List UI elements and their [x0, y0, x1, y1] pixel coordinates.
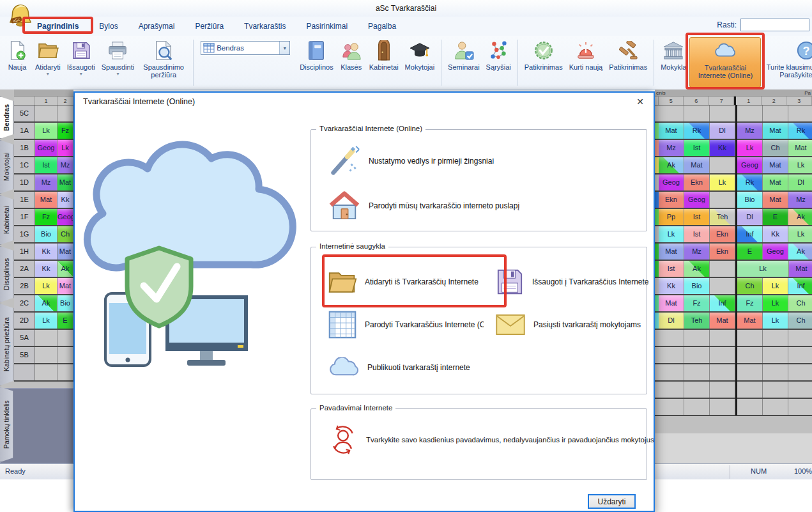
timetable-cell[interactable]: Bio — [737, 192, 763, 208]
timetable-cell[interactable] — [710, 347, 735, 363]
timetable-cell[interactable]: Lk — [35, 278, 57, 294]
timetable-cell[interactable]: Mz — [737, 123, 763, 139]
timetable-cell[interactable] — [710, 364, 735, 380]
timetable-cell[interactable]: Mat — [763, 192, 788, 208]
timetable-cell[interactable]: Dl — [788, 175, 812, 190]
disciplines-button[interactable]: Disciplinos — [296, 37, 337, 88]
timetable-cell[interactable] — [788, 105, 812, 121]
timetable-cell[interactable] — [788, 347, 812, 363]
timetable-cell[interactable]: Geog — [684, 192, 710, 208]
timetable-cell[interactable] — [35, 105, 57, 121]
timetable-cell[interactable] — [763, 399, 788, 415]
timetable-cell[interactable] — [737, 347, 763, 363]
timetable-cell[interactable]: Mat — [710, 313, 735, 329]
timetable-cell[interactable] — [763, 382, 788, 398]
timetable-cell[interactable]: Teh — [710, 209, 735, 225]
timetable-cell[interactable]: Mat — [57, 278, 73, 294]
chevron-down-icon[interactable]: ▾ — [116, 72, 119, 77]
timetable-cell[interactable] — [684, 105, 710, 121]
sidebar-tab-bendras[interactable]: Bendras — [0, 97, 13, 139]
timetable-cell[interactable]: Ekn — [684, 175, 710, 190]
timetable-cell[interactable]: E — [737, 244, 763, 260]
save-button[interactable]: Išsaugoti▾ — [64, 37, 98, 88]
timetable-cell[interactable]: Mat — [763, 175, 788, 190]
timetable-cell[interactable]: Fz — [57, 123, 73, 139]
timetable-cell[interactable]: Lk — [35, 313, 57, 329]
timetable-cell[interactable]: Lk — [710, 175, 735, 190]
chevron-down-icon[interactable]: ▾ — [47, 72, 49, 77]
teachers-button[interactable]: Mokytojai — [402, 37, 438, 88]
timetable-cell[interactable]: Mat — [789, 261, 812, 277]
timetable-cell[interactable]: Pp — [659, 209, 684, 225]
timetable-cell[interactable] — [710, 399, 735, 415]
timetable-cell[interactable]: Inf — [737, 226, 763, 242]
menu-tab-pasirinkimai[interactable]: Pasirinkimai — [297, 19, 356, 34]
print-button[interactable]: Spausdinti▾ — [98, 37, 137, 88]
timetable-cell[interactable] — [659, 105, 684, 121]
timetable-cell[interactable]: Dl — [659, 313, 684, 329]
timetable-cell[interactable]: Ak — [788, 209, 812, 225]
print-preview-button[interactable]: Spausdinimo peržiūra — [137, 37, 190, 88]
timetable-cell[interactable]: Ekn — [710, 226, 735, 242]
dialog-close-icon[interactable]: ✕ — [634, 96, 646, 107]
timetable-cell[interactable]: Kk — [659, 278, 684, 294]
menu-tab-apra-ymai[interactable]: Aprašymai — [130, 19, 184, 34]
substitutions-item[interactable]: Tvarkykite savo kasdienius pavadavimus, … — [328, 424, 647, 455]
sidebar-tab-disciplinos[interactable]: Disciplinos — [0, 246, 13, 302]
timetable-cell[interactable]: Mat — [763, 123, 788, 139]
timetable-cell[interactable]: Geog — [57, 209, 73, 225]
send-to-teachers-item[interactable]: Pasiųsti tvarkaraštį mokytojams — [495, 303, 651, 346]
sidebar-tab-kabinet-prie-i-ra[interactable]: Kabinetų priežiūra — [0, 304, 13, 385]
timetable-cell[interactable] — [659, 382, 684, 398]
open-from-online-item[interactable]: Atidaryti iš Tvarkaraščių Internete — [328, 260, 495, 303]
timetable-cell[interactable] — [788, 382, 812, 398]
timetable-cell[interactable]: Fz — [737, 295, 763, 311]
close-button[interactable]: Uždaryti — [588, 494, 636, 509]
timetable-cell[interactable] — [737, 382, 763, 398]
timetable-cell[interactable] — [788, 399, 812, 415]
relations-button[interactable]: Sąryšiai — [483, 37, 514, 88]
timetable-cell[interactable]: Lk — [763, 295, 788, 311]
timetable-cell[interactable] — [710, 330, 735, 346]
timetable-cell[interactable]: Mat — [35, 192, 57, 208]
timetable-cell[interactable]: Bio — [35, 226, 57, 242]
timetable-cell[interactable]: Ak — [57, 261, 73, 277]
timetable-cell[interactable]: Ak — [35, 295, 57, 311]
seminars-button[interactable]: Seminarai — [445, 37, 483, 88]
timetable-cell[interactable] — [659, 399, 684, 415]
timetable-cell[interactable]: E — [57, 313, 73, 329]
search-input[interactable] — [740, 19, 809, 31]
timetable-cell[interactable]: Lk — [763, 313, 788, 329]
menu-tab-bylos[interactable]: Bylos — [90, 19, 126, 34]
timetable-cell[interactable]: Geog — [659, 175, 684, 190]
verification-gavel-button[interactable]: Patikrinimas — [606, 37, 650, 88]
timetable-cell[interactable]: Ist — [684, 140, 710, 156]
timetable-cell[interactable] — [763, 105, 788, 121]
timetable-cell[interactable] — [710, 382, 735, 398]
timetable-cell[interactable]: Inf — [710, 295, 735, 311]
publish-online-item[interactable]: Publikuoti tvarkaraštį internete — [328, 346, 495, 389]
timetable-cell[interactable]: Mat — [684, 157, 710, 173]
sidebar-tab-pamok-tinklelis[interactable]: Pamokų tinklelis — [0, 387, 13, 462]
timetable-cell[interactable] — [788, 330, 812, 346]
timetable-cell[interactable]: Kk — [35, 244, 57, 260]
timetable-cell[interactable]: Fz — [35, 209, 57, 225]
timetable-cell[interactable]: Mat — [659, 244, 684, 260]
timetable-cell[interactable]: Lk — [35, 123, 57, 139]
timetable-cell[interactable] — [684, 347, 710, 363]
create-new-button[interactable]: Kurti naują — [566, 37, 606, 88]
timetable-cell[interactable] — [684, 364, 710, 380]
timetable-cell[interactable] — [659, 364, 684, 380]
chevron-down-icon[interactable]: ▾ — [279, 42, 289, 54]
timetable-cell[interactable]: Ak — [659, 157, 684, 173]
timetable-cell[interactable]: Lk — [763, 278, 788, 294]
verification-seal-button[interactable]: Patikrinimas — [521, 37, 566, 88]
timetable-cell[interactable]: Ist — [35, 157, 57, 173]
timetable-cell[interactable]: Inf — [788, 278, 812, 294]
timetable-cell[interactable] — [684, 330, 710, 346]
timetables-online-button[interactable]: Tvarkaraščiai Internete (Online) — [689, 37, 761, 88]
timetable-cell[interactable] — [763, 330, 788, 346]
timetable-cell[interactable]: Mat — [659, 295, 684, 311]
timetable-cell[interactable]: Ak — [788, 244, 812, 260]
timetable-cell[interactable] — [35, 347, 57, 363]
